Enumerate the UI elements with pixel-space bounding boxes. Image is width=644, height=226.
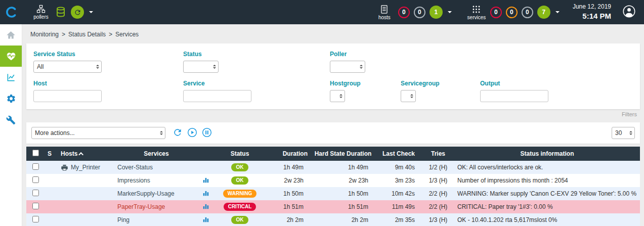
- status-cell: OK: [213, 161, 266, 174]
- actions-toolbar: More actions...: [26, 122, 640, 144]
- column-header-tries[interactable]: Tries: [422, 147, 454, 161]
- chevron-down-icon[interactable]: [89, 11, 93, 15]
- service-link[interactable]: Impressions: [117, 177, 150, 184]
- hard-state-duration-cell: 1h 51m: [311, 200, 375, 213]
- column-header-last-check[interactable]: Last Check: [375, 147, 422, 161]
- row-checkbox[interactable]: [32, 203, 39, 209]
- user-menu-button[interactable]: [622, 5, 636, 20]
- host-cell: [58, 187, 114, 200]
- sidebar-item-monitoring[interactable]: [0, 46, 22, 67]
- chevron-down-icon[interactable]: [448, 11, 452, 15]
- centreon-c-icon: [5, 6, 18, 19]
- status-information-cell: Number of impressions this month : 2054: [454, 174, 640, 187]
- column-header-s[interactable]: S: [45, 147, 58, 161]
- chevron-down-icon[interactable]: [555, 11, 560, 15]
- table-row[interactable]: MarkerSupply-Usage WARNING 1h 50m 1h 50m…: [26, 187, 640, 200]
- sidebar-item-reporting[interactable]: [0, 67, 22, 88]
- status-select[interactable]: [183, 61, 219, 73]
- breadcrumb: Monitoring>Status Details>Services: [22, 24, 644, 43]
- service-cell: PaperTray-Usage: [114, 200, 198, 213]
- page-size-select[interactable]: 30: [612, 127, 635, 139]
- last-check-cell: 11m 49s: [375, 200, 422, 213]
- status-cell: WARNING: [213, 187, 266, 200]
- s-cell: [45, 200, 58, 213]
- graph-icon[interactable]: [202, 190, 209, 197]
- s-cell: [45, 187, 58, 200]
- hosts-status-group[interactable]: hosts 0 0 1: [375, 5, 452, 20]
- status-badge: CRITICAL: [224, 203, 256, 211]
- breadcrumb-link-monitoring[interactable]: Monitoring: [30, 31, 59, 38]
- table-row[interactable]: Ping OK 2h 2m 2h 2m 2m 35s 1/3 (H) OK - …: [26, 213, 640, 226]
- table-header-row: S Hosts Services Status Duration Hard St…: [26, 147, 640, 161]
- home-icon: [6, 30, 16, 40]
- row-checkbox[interactable]: [32, 190, 39, 196]
- service-label: Service: [183, 80, 330, 87]
- row-checkbox[interactable]: [32, 216, 39, 222]
- service-link[interactable]: Cover-Status: [117, 164, 153, 171]
- sidebar-item-administration[interactable]: [0, 109, 22, 130]
- last-check-cell: 2m 35s: [375, 213, 422, 226]
- duration-cell: 1h 50m: [266, 187, 311, 200]
- sidebar-item-home[interactable]: [0, 24, 22, 46]
- pollers-group[interactable]: pollers: [31, 5, 93, 20]
- hostgroup-label: Hostgroup: [330, 80, 401, 87]
- service-status-select[interactable]: All: [33, 61, 102, 73]
- pause-button[interactable]: [201, 127, 213, 139]
- output-label: Output: [480, 80, 633, 87]
- hard-state-duration-cell: 1h 49m: [311, 161, 375, 174]
- services-table: S Hosts Services Status Duration Hard St…: [26, 147, 640, 226]
- service-link[interactable]: PaperTray-Usage: [117, 203, 165, 210]
- services-ok-badge: 7: [537, 6, 550, 19]
- host-input[interactable]: [33, 90, 102, 102]
- service-input[interactable]: [183, 90, 251, 102]
- hosts-label: hosts: [378, 15, 391, 20]
- play-icon: [187, 127, 197, 138]
- gear-icon: [6, 94, 16, 104]
- last-check-cell: 9m 40s: [375, 161, 422, 174]
- play-button[interactable]: [186, 127, 198, 139]
- column-header-status[interactable]: Status: [213, 147, 266, 161]
- column-header-hard-state-duration[interactable]: Hard State Duration: [311, 147, 375, 161]
- status-badge: OK: [231, 163, 248, 171]
- poller-select[interactable]: [330, 61, 365, 73]
- more-actions-select[interactable]: More actions...: [31, 127, 165, 139]
- sidebar-item-configuration[interactable]: [0, 88, 22, 109]
- graph-icon[interactable]: [202, 176, 209, 184]
- services-label: services: [467, 15, 486, 20]
- host-link[interactable]: My_Printer: [71, 164, 100, 171]
- servicegroup-select-wrap: [401, 90, 416, 102]
- breadcrumb-link-status-details[interactable]: Status Details: [68, 31, 106, 38]
- service-link[interactable]: MarkerSupply-Usage: [117, 190, 175, 197]
- hostgroup-select[interactable]: [330, 90, 345, 102]
- refresh-icon: [173, 127, 183, 138]
- service-link[interactable]: Ping: [117, 216, 130, 223]
- main-content: Monitoring>Status Details>Services Servi…: [22, 24, 644, 226]
- column-header-status-information[interactable]: Status information: [454, 147, 640, 161]
- tries-cell: 1/2 (H): [422, 161, 454, 174]
- column-header-duration[interactable]: Duration: [266, 147, 311, 161]
- filters-toggle-link[interactable]: Filters: [22, 109, 644, 118]
- row-checkbox[interactable]: [32, 176, 39, 183]
- current-date: June 12, 2019: [573, 3, 611, 11]
- centreon-logo[interactable]: [0, 0, 22, 24]
- column-header-hosts[interactable]: Hosts: [58, 147, 114, 161]
- hard-state-duration-cell: 1h 50m: [311, 187, 375, 200]
- table-row[interactable]: PaperTray-Usage CRITICAL 1h 51m 1h 51m 1…: [26, 200, 640, 213]
- select-all-checkbox[interactable]: [32, 150, 39, 156]
- servicegroup-select[interactable]: [401, 90, 416, 102]
- column-header-services[interactable]: Services: [114, 147, 198, 161]
- output-input[interactable]: [480, 90, 548, 102]
- more-actions-select-wrap: More actions...: [31, 127, 165, 139]
- host-cell: [58, 174, 114, 187]
- table-row[interactable]: My_Printer Cover-Status OK 1h 49m 1h 49m…: [26, 161, 640, 174]
- graph-icon[interactable]: [202, 203, 209, 210]
- row-checkbox[interactable]: [32, 163, 39, 170]
- table-row[interactable]: Impressions OK 2w 23h 2w 23h 3m 23s 1/3 …: [26, 174, 640, 187]
- status-cell: OK: [213, 174, 266, 187]
- services-status-group[interactable]: services 0 0 0 7: [467, 5, 560, 20]
- filter-panel: Service Status All Status Poller: [26, 43, 640, 109]
- status-information-cell: OK - 10.40.1.202 rta 5,617mslost 0%: [454, 213, 640, 226]
- refresh-button[interactable]: [171, 127, 184, 139]
- graph-cell: [198, 213, 213, 226]
- graph-icon[interactable]: [202, 216, 209, 223]
